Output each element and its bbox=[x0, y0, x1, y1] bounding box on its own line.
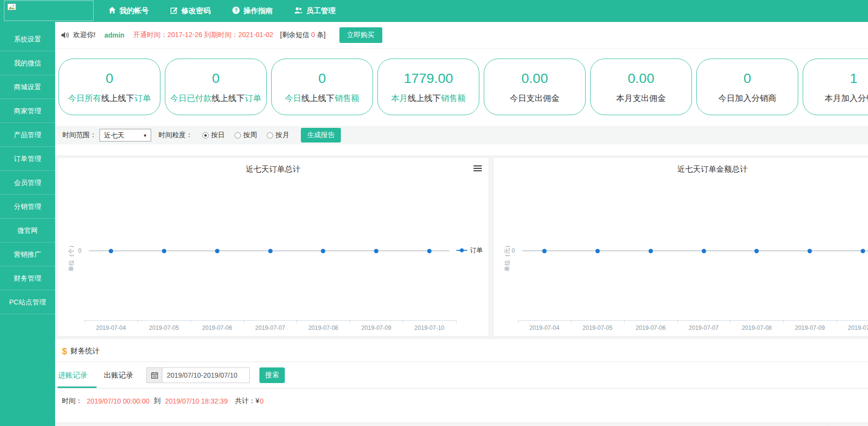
total-label: 共计：¥ bbox=[235, 397, 259, 406]
x-axis-label: 2019-07-06 bbox=[629, 325, 672, 331]
y-axis-name-text: 单位（元） bbox=[503, 242, 512, 271]
stat-card: 1779.00本月线上线下销售额 bbox=[377, 59, 479, 115]
chart-title: 近七天订单金额总计 bbox=[493, 164, 868, 175]
sidebar-item-9[interactable]: 微官网 bbox=[0, 219, 55, 243]
stat-card: 0今日加入分销商 bbox=[696, 59, 798, 115]
calendar-addon[interactable] bbox=[146, 367, 162, 383]
x-axis-tick bbox=[730, 320, 730, 323]
nav-item-operation-guide[interactable]: ?操作指南 bbox=[232, 6, 273, 16]
stat-card: 0.00今日支出佣金 bbox=[484, 59, 586, 115]
data-point bbox=[374, 249, 378, 253]
y-axis-name: 单位（个） bbox=[49, 235, 93, 279]
logo[interactable] bbox=[4, 0, 94, 21]
finance-tabs-row: 进账记录 出账记录 搜索 bbox=[55, 362, 868, 388]
time-range-select[interactable]: 近七天 ▼ bbox=[99, 129, 151, 142]
sidebar-item-8[interactable]: 分销管理 bbox=[0, 195, 55, 219]
x-axis-label: 2019-07-04 bbox=[522, 325, 566, 331]
stat-value: 0 bbox=[165, 71, 266, 86]
stat-label-part: 今日支出佣金 bbox=[510, 94, 560, 103]
radio-option-3[interactable]: 按月 bbox=[267, 131, 289, 140]
order-count-chart: 近七天订单总计单位（个）02019-07-042019-07-052019-07… bbox=[57, 157, 489, 337]
stat-label-part: 线上线下 bbox=[301, 94, 335, 103]
stat-label-part: 订单 bbox=[135, 94, 151, 103]
sidebar-item-6[interactable]: 订单管理 bbox=[0, 147, 55, 171]
data-point bbox=[542, 249, 547, 253]
speaker-icon bbox=[61, 31, 69, 39]
nav-item-my-account[interactable]: 我的帐号 bbox=[108, 6, 149, 16]
stat-label-part: 今日所有 bbox=[68, 94, 101, 103]
stat-card: 0.00本月支出佣金 bbox=[590, 59, 692, 115]
data-point bbox=[215, 249, 219, 253]
stat-label: 本月加入分销商 bbox=[803, 93, 868, 104]
search-button[interactable]: 搜索 bbox=[259, 367, 285, 383]
radio-option-1[interactable]: 按日 bbox=[202, 131, 225, 140]
x-axis-label: 2019-07-10 bbox=[841, 325, 868, 331]
x-axis-label: 2019-07-05 bbox=[575, 325, 619, 331]
time-range-value: 近七天 bbox=[104, 131, 124, 139]
stat-label-part: 线上线下 bbox=[212, 94, 245, 103]
radio-option-2[interactable]: 按周 bbox=[235, 131, 257, 140]
question-icon: ? bbox=[232, 6, 240, 16]
x-axis-tick bbox=[518, 320, 518, 323]
nav-item-staff-management[interactable]: 员工管理 bbox=[294, 6, 335, 16]
sms-suffix: 条] bbox=[317, 31, 326, 39]
x-axis-tick bbox=[456, 320, 456, 323]
x-axis-tick bbox=[191, 320, 191, 323]
data-point bbox=[427, 249, 432, 253]
chart-legend[interactable]: 订单 bbox=[456, 246, 483, 255]
data-point bbox=[595, 249, 600, 253]
stat-label-part: 线上线下 bbox=[101, 94, 135, 103]
x-axis-label: 2019-07-10 bbox=[408, 325, 452, 331]
x-axis-label: 2019-07-09 bbox=[788, 325, 832, 331]
stat-label: 本月支出佣金 bbox=[591, 93, 691, 104]
x-axis-label: 2019-07-06 bbox=[195, 325, 239, 331]
sidebar-item-3[interactable]: 商城设置 bbox=[0, 75, 55, 99]
sidebar-item-11[interactable]: 财务管理 bbox=[0, 266, 55, 290]
x-axis-label: 2019-07-08 bbox=[301, 325, 345, 331]
date-range-input[interactable] bbox=[162, 367, 250, 383]
chart-menu-icon[interactable] bbox=[473, 165, 482, 173]
x-axis-label: 2019-07-07 bbox=[248, 325, 292, 331]
x-axis-tick bbox=[138, 320, 138, 323]
stat-card: 0今日线上线下销售额 bbox=[271, 59, 373, 115]
generate-report-button[interactable]: 生成报告 bbox=[301, 128, 341, 142]
radio-unchecked-icon bbox=[235, 132, 241, 139]
x-axis-tick bbox=[571, 320, 572, 323]
stat-label-part: 本月加入分销商 bbox=[825, 94, 868, 103]
radio-label: 按周 bbox=[243, 131, 257, 140]
data-point bbox=[649, 249, 653, 253]
stat-label-part: 今日已付款 bbox=[170, 94, 212, 103]
stat-value: 0 bbox=[697, 71, 798, 86]
granularity-label: 时间粒度： bbox=[158, 131, 193, 140]
charts-section: 近七天订单总计单位（个）02019-07-042019-07-052019-07… bbox=[55, 155, 868, 339]
x-axis-label: 2019-07-08 bbox=[735, 325, 779, 331]
stat-value: 1 bbox=[803, 71, 868, 86]
active-tab-underline bbox=[58, 386, 97, 388]
data-point bbox=[702, 249, 706, 253]
sidebar-item-2[interactable]: 我的微信 bbox=[0, 51, 55, 75]
sidebar-item-4[interactable]: 商家管理 bbox=[0, 99, 55, 123]
stat-label-part: 销售额 bbox=[335, 94, 359, 103]
radio-label: 按日 bbox=[211, 131, 225, 140]
tab-outgoing-records[interactable]: 出账记录 bbox=[104, 371, 133, 380]
x-axis-tick bbox=[84, 320, 85, 323]
sidebar-item-7[interactable]: 会员管理 bbox=[0, 171, 55, 195]
nav-item-label: 员工管理 bbox=[306, 6, 335, 16]
time-from: 2019/07/10 00:00:00 bbox=[87, 397, 149, 405]
tab-income-records[interactable]: 进账记录 bbox=[58, 371, 87, 380]
stat-value: 0 bbox=[272, 71, 373, 86]
radio-label: 按月 bbox=[276, 131, 289, 140]
sidebar-item-5[interactable]: 产品管理 bbox=[0, 123, 55, 147]
sms-remaining: [剩余短信 0 条] bbox=[280, 31, 325, 40]
stat-label: 今日支出佣金 bbox=[484, 93, 585, 104]
data-point bbox=[109, 249, 113, 253]
buy-now-button[interactable]: 立即购买 bbox=[339, 27, 382, 43]
sidebar-item-12[interactable]: PC站点管理 bbox=[0, 290, 55, 314]
to-label: 到 bbox=[154, 397, 160, 406]
sidebar-item-1[interactable]: 系统设置 bbox=[0, 27, 55, 51]
stat-label-part: 销售额 bbox=[441, 94, 466, 103]
nav-item-change-password[interactable]: 修改密码 bbox=[170, 6, 211, 16]
time-summary-row: 时间： 2019/07/10 00:00:00 到 2019/07/10 18:… bbox=[55, 389, 868, 413]
sidebar-item-10[interactable]: 营销推广 bbox=[0, 243, 55, 266]
nav-item-label: 修改密码 bbox=[181, 6, 211, 16]
